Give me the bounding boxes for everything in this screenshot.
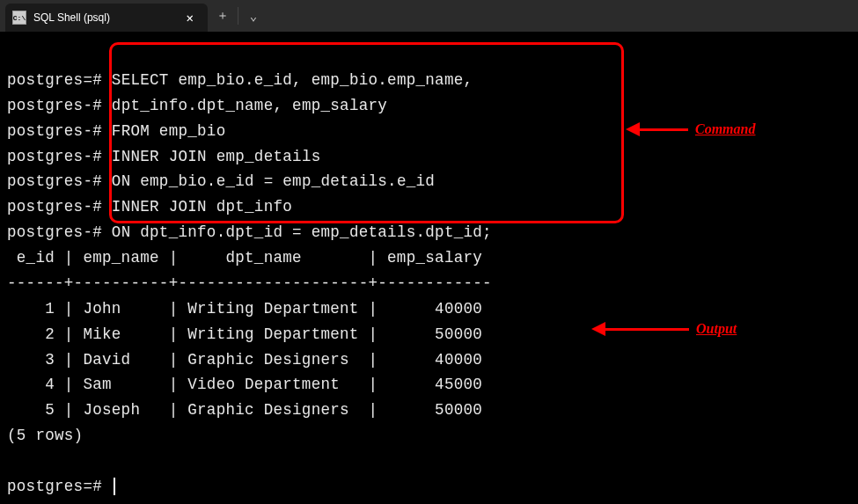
cmd-line-0: SELECT emp_bio.e_id, emp_bio.emp_name, <box>112 71 473 89</box>
table-row: 4 | Sam | Video Department | 45000 <box>7 376 482 393</box>
table-row: 3 | David | Graphic Designers | 40000 <box>7 351 482 369</box>
cursor <box>114 478 115 495</box>
prompt-cont: postgres-# <box>7 122 102 140</box>
result-header: e_id | emp_name | dpt_name | emp_salary <box>7 249 482 267</box>
titlebar: C:\ SQL Shell (psql) ✕ ＋ ⌄ <box>0 0 858 32</box>
prompt-cont: postgres-# <box>7 198 102 215</box>
cmd-line-5: INNER JOIN dpt_info <box>112 198 292 215</box>
tab-sql-shell[interactable]: C:\ SQL Shell (psql) ✕ <box>5 4 208 32</box>
tab-dropdown-button[interactable]: ⌄ <box>238 0 268 32</box>
prompt-main: postgres=# <box>7 478 102 495</box>
tab-title: SQL Shell (psql) <box>33 11 181 24</box>
prompt-cont: postgres-# <box>7 148 102 165</box>
cmd-line-4: ON emp_bio.e_id = emp_details.e_id <box>112 172 435 190</box>
prompt-cont: postgres-# <box>7 172 102 190</box>
table-row: 5 | Joseph | Graphic Designers | 50000 <box>7 401 482 419</box>
result-footer: (5 rows) <box>7 427 83 444</box>
new-tab-button[interactable]: ＋ <box>208 0 238 32</box>
prompt-cont: postgres-# <box>7 97 102 114</box>
prompt-main: postgres=# <box>7 71 102 89</box>
cmd-line-6: ON dpt_info.dpt_id = emp_details.dpt_id; <box>112 223 492 241</box>
close-icon[interactable]: ✕ <box>181 9 199 27</box>
terminal-icon: C:\ <box>12 11 26 25</box>
cmd-line-1: dpt_info.dpt_name, emp_salary <box>112 97 387 114</box>
table-row: 1 | John | Writing Department | 40000 <box>7 300 482 318</box>
terminal-output[interactable]: postgres=# SELECT emp_bio.e_id, emp_bio.… <box>0 32 858 504</box>
prompt-cont: postgres-# <box>7 223 102 241</box>
table-row: 2 | Mike | Writing Department | 50000 <box>7 325 482 343</box>
cmd-line-2: FROM emp_bio <box>112 122 226 140</box>
result-divider: ------+----------+--------------------+-… <box>7 274 492 292</box>
cmd-line-3: INNER JOIN emp_details <box>112 148 321 165</box>
